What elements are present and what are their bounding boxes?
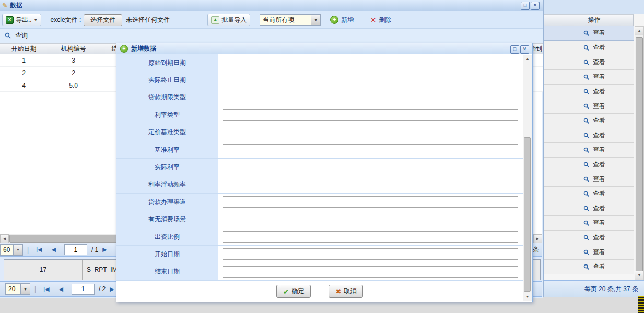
choose-file-button[interactable]: 选择文件: [84, 14, 122, 26]
view-link[interactable]: 查看: [555, 216, 634, 230]
view-link-label: 查看: [593, 58, 605, 67]
table-cell: [544, 55, 555, 69]
scope-select[interactable]: 当前所有项 ▼: [260, 14, 321, 26]
no-file-label: 未选择任何文件: [126, 16, 170, 25]
modal-maximize-button[interactable]: □: [510, 45, 519, 54]
query-bar[interactable]: 查询: [0, 29, 543, 43]
view-link[interactable]: 查看: [555, 245, 634, 259]
table-row: 查看: [544, 70, 634, 85]
ok-button-label: 确定: [291, 287, 304, 296]
view-link-label: 查看: [593, 146, 605, 154]
delete-button-label: 删除: [379, 16, 391, 25]
table-cell: [544, 41, 555, 55]
table-row: 查看: [544, 143, 634, 158]
field-input[interactable]: [223, 214, 518, 225]
view-link[interactable]: 查看: [555, 99, 634, 113]
view-link-label: 查看: [593, 43, 605, 52]
field-input[interactable]: [223, 196, 518, 208]
column-header[interactable]: 机构编号: [48, 43, 99, 54]
form-field-row: 贷款办理渠道: [116, 194, 523, 211]
scrollbar-thumb[interactable]: [524, 137, 531, 292]
field-input[interactable]: [223, 109, 518, 121]
field-input[interactable]: [223, 75, 518, 86]
page-size-value: 20: [6, 285, 20, 293]
maximize-button[interactable]: □: [521, 2, 530, 10]
search-icon: [583, 89, 590, 95]
search-icon: [583, 264, 590, 270]
view-link[interactable]: 查看: [555, 70, 634, 84]
table-row: 查看: [544, 99, 634, 114]
field-input[interactable]: [223, 127, 518, 138]
modal-title: 新增数据: [131, 44, 156, 53]
search-icon: [583, 220, 590, 226]
cancel-button[interactable]: ✖ 取消: [329, 285, 363, 298]
operation-column-header[interactable]: 操作: [555, 14, 634, 26]
table-row: 查看: [544, 26, 634, 41]
view-link[interactable]: 查看: [555, 85, 634, 99]
table-cell: [544, 128, 555, 142]
view-link[interactable]: 查看: [555, 55, 634, 69]
field-input[interactable]: [223, 266, 518, 278]
prev-page-icon[interactable]: ◀: [58, 286, 63, 293]
export-button[interactable]: X 导出.. ▼: [2, 14, 41, 26]
next-page-icon[interactable]: ▶: [110, 286, 114, 293]
batch-import-button[interactable]: ▲ 批量导入: [207, 14, 250, 26]
narrow-column-header[interactable]: [544, 14, 555, 26]
add-button-label: 新增: [341, 16, 354, 25]
field-input-cell: [218, 228, 523, 245]
modal-close-button[interactable]: ✕: [520, 45, 529, 54]
view-link[interactable]: 查看: [555, 158, 634, 172]
page-count-label: / 1: [91, 246, 98, 254]
field-input[interactable]: [223, 92, 518, 103]
view-link[interactable]: 查看: [555, 201, 634, 215]
form-field-row: 基准利率: [116, 141, 523, 159]
view-link-label: 查看: [593, 189, 605, 198]
view-link[interactable]: 查看: [555, 41, 634, 55]
view-link[interactable]: 查看: [555, 26, 634, 40]
scroll-left-icon[interactable]: ◀: [0, 234, 9, 243]
page-size-select[interactable]: 20 ▼: [5, 283, 30, 295]
next-page-icon[interactable]: ▶: [102, 246, 107, 253]
modal-vertical-scrollbar[interactable]: ▲ ▼: [523, 55, 532, 301]
modal-footer: ✔ 确定 ✖ 取消: [116, 281, 523, 302]
search-icon: [583, 103, 590, 110]
field-input-cell: [218, 71, 523, 88]
view-link[interactable]: 查看: [555, 143, 634, 157]
view-link[interactable]: 查看: [555, 231, 634, 245]
first-page-icon[interactable]: |◀: [36, 246, 42, 253]
view-link[interactable]: 查看: [555, 260, 634, 274]
scroll-right-icon[interactable]: ▶: [533, 234, 542, 243]
view-link[interactable]: 查看: [555, 187, 634, 201]
field-input[interactable]: [223, 162, 518, 173]
background-panel: 操作 查看查看查看查看查看查看查看查看查看查看查看查看查看查看查看查看查看 ▲ …: [543, 0, 644, 297]
close-button[interactable]: ✕: [531, 2, 540, 10]
view-link[interactable]: 查看: [555, 172, 634, 186]
scroll-up-icon[interactable]: ▲: [523, 55, 532, 63]
ok-button[interactable]: ✔ 确定: [276, 285, 311, 298]
page-size-select[interactable]: 60 ▼: [0, 244, 23, 256]
scrollbar-thumb[interactable]: [636, 37, 643, 272]
search-icon: [583, 59, 590, 66]
field-input[interactable]: [223, 179, 518, 190]
right-vertical-scrollbar[interactable]: ▲ ▼: [635, 26, 644, 280]
field-input[interactable]: [223, 144, 518, 155]
field-label: 贷款期限类型: [116, 89, 218, 106]
view-link[interactable]: 查看: [555, 128, 634, 142]
page-number-input[interactable]: [72, 284, 95, 295]
add-button[interactable]: + 新增: [330, 16, 354, 25]
scroll-down-icon[interactable]: ▼: [635, 271, 643, 280]
scroll-down-icon[interactable]: ▼: [523, 293, 532, 301]
field-input[interactable]: [223, 57, 518, 68]
delete-button[interactable]: ✕ 删除: [370, 16, 391, 25]
column-header[interactable]: 开始日期: [0, 43, 48, 54]
scroll-up-icon[interactable]: ▲: [635, 27, 643, 35]
field-input[interactable]: [223, 248, 518, 260]
field-input-cell: [218, 54, 523, 71]
page-number-input[interactable]: [64, 244, 87, 255]
field-input[interactable]: [223, 231, 518, 243]
view-link[interactable]: 查看: [555, 114, 634, 128]
background-window-fragment: [638, 296, 644, 313]
field-input-cell: [218, 211, 523, 228]
first-page-icon[interactable]: |◀: [43, 286, 49, 293]
prev-page-icon[interactable]: ◀: [51, 246, 55, 253]
